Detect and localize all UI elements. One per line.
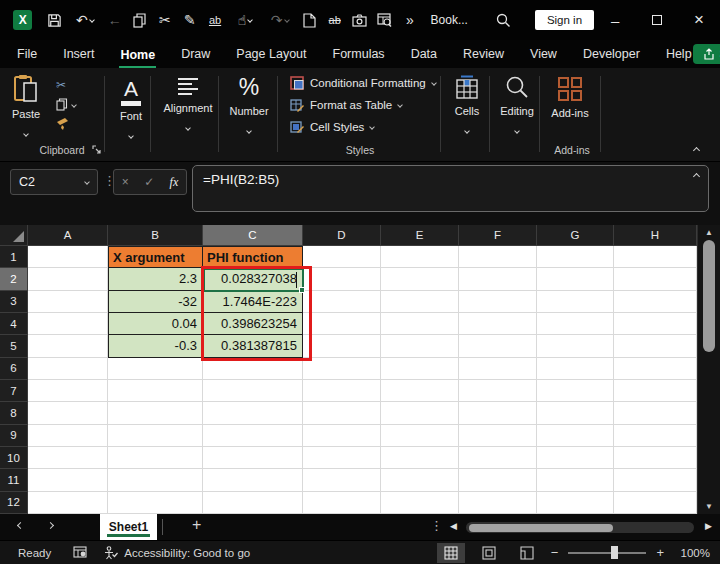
cell-B11[interactable] [108, 469, 203, 491]
cell-F11[interactable] [459, 469, 537, 491]
cell-H6[interactable] [614, 358, 697, 380]
column-header-C[interactable]: C [203, 225, 303, 246]
page-layout-view-button[interactable] [475, 543, 503, 563]
cell-H11[interactable] [614, 469, 697, 491]
cell-B3[interactable]: -32 [108, 291, 203, 313]
menu-page-layout[interactable]: Page Layout [235, 41, 307, 68]
row-header-11[interactable]: 11 [0, 469, 28, 491]
excel-logo-icon[interactable]: X [13, 10, 32, 30]
close-button[interactable]: × [678, 10, 720, 30]
previous-sheet-icon[interactable] [17, 522, 24, 529]
copy-icon[interactable] [127, 13, 152, 28]
touch-mode-icon[interactable]: ☝ [228, 12, 263, 28]
new-sheet-button[interactable]: + [192, 516, 201, 534]
formula-input[interactable]: =PHI(B2:B5) [192, 165, 709, 212]
cell-G12[interactable] [537, 492, 614, 514]
scroll-up-icon[interactable]: ▲ [698, 228, 720, 237]
new-file-icon[interactable] [297, 13, 322, 28]
cell-C10[interactable] [203, 447, 303, 469]
table-lookup-icon[interactable] [372, 13, 397, 27]
spelling-icon[interactable]: ab [203, 14, 228, 26]
cell-B12[interactable] [108, 492, 203, 514]
cell-D7[interactable] [303, 380, 381, 402]
scroll-left-icon[interactable]: ◀ [450, 521, 457, 531]
cell-F7[interactable] [459, 380, 537, 402]
cell-G1[interactable] [537, 246, 614, 268]
maximize-button[interactable] [636, 15, 678, 25]
pen-icon[interactable]: ✎ [177, 12, 202, 28]
row-header-2[interactable]: 2 [0, 268, 28, 290]
cell-H2[interactable] [614, 268, 697, 290]
cell-A5[interactable] [28, 335, 108, 357]
accessibility-status[interactable]: Accessibility: Good to go [104, 546, 250, 560]
cell-F9[interactable] [459, 425, 537, 447]
insert-function-icon[interactable]: fx [170, 175, 179, 190]
cell-D3[interactable] [303, 291, 381, 313]
collapse-ribbon-icon[interactable] [693, 147, 700, 154]
conditional-formatting-button[interactable]: Conditional Formatting [290, 76, 436, 90]
menu-help[interactable]: Help [665, 41, 693, 68]
cell-H7[interactable] [614, 380, 697, 402]
cells-menu-button[interactable]: Cells [446, 75, 488, 129]
save-icon[interactable] [42, 13, 67, 28]
row-header-5[interactable]: 5 [0, 335, 28, 357]
page-break-preview-button[interactable] [513, 543, 541, 563]
scroll-down-icon[interactable]: ▼ [698, 502, 720, 511]
row-header-8[interactable]: 8 [0, 402, 28, 424]
cell-G3[interactable] [537, 291, 614, 313]
column-header-H[interactable]: H [614, 225, 697, 246]
menu-formulas[interactable]: Formulas [332, 41, 386, 68]
minimize-button[interactable]: – [594, 12, 636, 29]
cell-E7[interactable] [381, 380, 459, 402]
cell-E5[interactable] [381, 335, 459, 357]
strikethrough-icon[interactable]: ab [322, 14, 347, 26]
cell-E9[interactable] [381, 425, 459, 447]
cell-B2[interactable]: 2.3 [108, 268, 203, 290]
font-menu-button[interactable]: A Font [111, 76, 151, 134]
menu-developer[interactable]: Developer [582, 41, 641, 68]
collapse-formula-bar-icon[interactable] [693, 173, 700, 180]
cell-D6[interactable] [303, 358, 381, 380]
scroll-right-icon[interactable]: ▶ [705, 521, 712, 531]
cell-G11[interactable] [537, 469, 614, 491]
row-header-10[interactable]: 10 [0, 447, 28, 469]
row-header-12[interactable]: 12 [0, 492, 28, 514]
row-header-3[interactable]: 3 [0, 291, 28, 313]
name-box[interactable]: C2 [10, 169, 98, 195]
row-header-7[interactable]: 7 [0, 380, 28, 402]
cell-A2[interactable] [28, 268, 108, 290]
cell-G9[interactable] [537, 425, 614, 447]
cell-E10[interactable] [381, 447, 459, 469]
cell-C9[interactable] [203, 425, 303, 447]
menu-draw[interactable]: Draw [180, 41, 211, 68]
format-painter-button[interactable] [56, 117, 70, 130]
cell-F12[interactable] [459, 492, 537, 514]
search-icon[interactable] [496, 13, 511, 28]
cell-B10[interactable] [108, 447, 203, 469]
cut-icon[interactable]: ✂ [152, 12, 177, 28]
column-header-F[interactable]: F [459, 225, 537, 246]
row-header-6[interactable]: 6 [0, 358, 28, 380]
column-header-B[interactable]: B [108, 225, 203, 246]
cell-D12[interactable] [303, 492, 381, 514]
cell-B8[interactable] [108, 402, 203, 424]
cell-B4[interactable]: 0.04 [108, 313, 203, 335]
zoom-slider[interactable] [568, 552, 646, 554]
menu-review[interactable]: Review [462, 41, 505, 68]
cell-A9[interactable] [28, 425, 108, 447]
enter-icon[interactable]: ✓ [144, 175, 154, 189]
paste-button[interactable]: Paste [12, 74, 40, 132]
zoom-slider-handle[interactable] [611, 546, 618, 559]
overflow-icon[interactable]: » [397, 12, 422, 28]
row-header-9[interactable]: 9 [0, 425, 28, 447]
cell-styles-button[interactable]: Cell Styles [290, 120, 436, 134]
cell-G4[interactable] [537, 313, 614, 335]
cell-A8[interactable] [28, 402, 108, 424]
cell-B1[interactable]: X argument [108, 246, 203, 268]
horizontal-scroll-thumb[interactable] [469, 524, 613, 532]
cell-A1[interactable] [28, 246, 108, 268]
cell-C11[interactable] [203, 469, 303, 491]
cell-C8[interactable] [203, 402, 303, 424]
cell-A10[interactable] [28, 447, 108, 469]
format-as-table-button[interactable]: Format as Table [290, 98, 436, 112]
